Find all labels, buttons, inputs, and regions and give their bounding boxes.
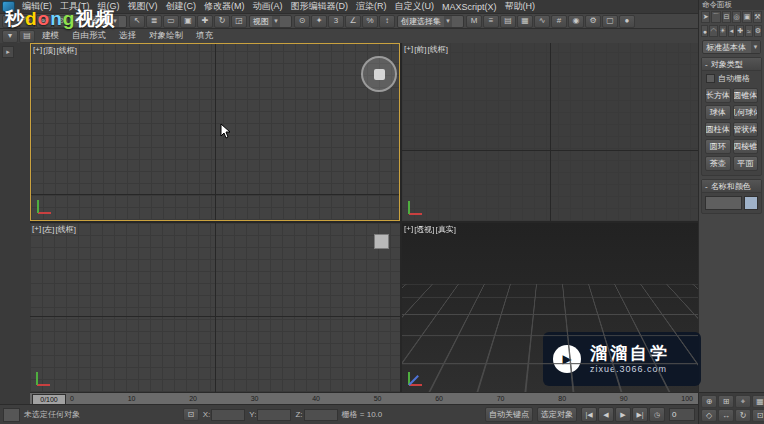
viewport-menu-plus[interactable]: [+] [33,45,42,56]
select-and-scale-icon[interactable]: ◲ [231,15,247,28]
ribbon-tab[interactable]: 对象绘制 [143,30,189,43]
curve-editor-icon[interactable]: ∿ [534,15,550,28]
named-selection-sets-dropdown[interactable]: 创建选择集 ▼ [397,15,464,28]
object-type-button[interactable]: 四棱锥 [733,139,759,154]
viewport-front[interactable]: [+] [前] [线框] [402,43,698,221]
menu-item[interactable]: MAXScript(X) [438,2,501,12]
create-tab-icon[interactable]: ➤ [701,11,710,23]
time-configuration-icon[interactable]: ◷ [649,407,665,422]
object-type-button[interactable]: 球体 [705,105,731,120]
primitive-type-dropdown[interactable]: 标准基本体 ▼ [702,40,761,54]
ribbon-toggle-icon[interactable]: ▦ [517,15,533,28]
rendered-frame-window-icon[interactable]: ▢ [602,15,618,28]
spinner-snap-icon[interactable]: ↕ [379,15,395,28]
menu-item[interactable]: 渲染(R) [352,0,391,13]
object-type-button[interactable]: 茶壶 [705,156,731,171]
material-editor-icon[interactable]: ◉ [568,15,584,28]
object-type-button[interactable]: 圆环 [705,139,731,154]
rollout-collapse-icon[interactable]: - [705,182,708,191]
hierarchy-tab-icon[interactable]: ⊟ [722,11,731,23]
menu-item[interactable]: 视图(V) [124,0,162,13]
space-warps-category-icon[interactable]: ≈ [745,25,752,37]
render-production-icon[interactable]: ● [619,15,635,28]
mirror-icon[interactable]: M [466,15,482,28]
select-and-rotate-icon[interactable]: ↻ [214,15,230,28]
viewport-top[interactable]: [+] [顶] [线框] [30,43,400,221]
previous-frame-icon[interactable]: ◀ [598,407,614,422]
zoom-all-icon[interactable]: ⊞ [718,395,734,408]
zoom-extents-all-icon[interactable]: ▦ [752,395,764,408]
geometry-category-icon[interactable]: ● [701,25,708,37]
coordinate-z-field[interactable] [304,409,338,421]
select-and-manipulate-icon[interactable]: ✦ [311,15,327,28]
coordinate-x-field[interactable] [211,409,245,421]
menu-item[interactable]: 帮助(H) [501,0,540,13]
menu-item[interactable]: 自定义(U) [391,0,439,13]
viewport-menu-view[interactable]: [顶] [43,45,55,56]
menu-item[interactable]: 图形编辑器(D) [287,0,353,13]
select-and-move-icon[interactable]: ✚ [197,15,213,28]
select-object-icon[interactable]: ↖ [129,15,145,28]
maximize-viewport-toggle-icon[interactable]: ⊡ [752,409,764,422]
rollout-collapse-icon[interactable]: - [705,60,708,69]
object-color-swatch[interactable] [744,196,758,210]
orbit-icon[interactable]: ↻ [735,409,751,422]
zoom-icon[interactable]: ⊕ [701,395,717,408]
viewport-menu-shading[interactable]: [真实] [436,224,456,235]
ribbon-tab[interactable]: 选择 [113,30,142,43]
snaps-toggle-icon[interactable]: 3 [328,15,344,28]
reference-coordinate-dropdown[interactable]: 视图 ▼ [249,15,292,28]
menu-item[interactable]: 动画(A) [249,0,287,13]
key-target-dropdown[interactable]: 选定对象 [537,407,577,422]
viewport-menu-shading[interactable]: [线框] [428,44,448,55]
viewport-menu-shading[interactable]: [线框] [56,224,76,235]
viewport-menu-plus[interactable]: [+] [404,44,413,55]
modify-tab-icon[interactable]: ⌒ [711,11,720,23]
next-frame-icon[interactable]: ▶| [632,407,648,422]
pan-icon[interactable]: ↔ [718,409,734,422]
coordinate-y-field[interactable] [257,409,291,421]
autogrid-checkbox[interactable] [706,74,715,83]
layer-manager-icon[interactable]: ▤ [500,15,516,28]
object-type-rollout-header[interactable]: - 对象类型 [702,58,761,71]
lights-category-icon[interactable]: ☀ [719,25,727,37]
shapes-category-icon[interactable]: ◠ [709,25,717,37]
ribbon-tab[interactable]: 填充 [190,30,219,43]
viewport-menu-plus[interactable]: [+] [32,224,41,235]
track-bar[interactable]: 0/100 0102030405060708090100 [30,392,698,404]
object-type-button[interactable]: 管状体 [733,122,759,137]
menu-item[interactable]: 创建(C) [162,0,201,13]
rectangular-selection-region-icon[interactable]: ▭ [163,15,179,28]
utilities-tab-icon[interactable]: ⚒ [753,11,762,23]
name-color-rollout-header[interactable]: - 名称和颜色 [702,180,761,193]
object-name-field[interactable] [705,196,742,210]
cameras-category-icon[interactable]: ◂ [728,25,735,37]
viewport-left[interactable]: [+] [左] [线框] [30,223,400,392]
render-setup-icon[interactable]: ⚙ [585,15,601,28]
object-type-button[interactable]: 圆锥体 [733,88,759,103]
object-type-button[interactable]: 长方体 [705,88,731,103]
viewport-menu-view[interactable]: [透视] [414,224,434,235]
zoom-extents-icon[interactable]: ⌖ [735,395,751,408]
select-by-name-icon[interactable]: ≣ [146,15,162,28]
viewport-menu-plus[interactable]: [+] [404,224,413,235]
display-tab-icon[interactable]: ▣ [742,11,751,23]
viewport-menu-view[interactable]: [左] [42,224,54,235]
angle-snap-icon[interactable]: ∠ [345,15,361,28]
percent-snap-icon[interactable]: % [362,15,378,28]
object-type-button[interactable]: 平面 [733,156,759,171]
systems-category-icon[interactable]: ⚙ [754,25,762,37]
auto-key-button[interactable]: 自动关键点 [485,407,533,422]
schematic-view-icon[interactable]: # [551,15,567,28]
motion-tab-icon[interactable]: ◎ [732,11,741,23]
viewport-menu-view[interactable]: [前] [414,44,426,55]
window-crossing-icon[interactable]: ▣ [180,15,196,28]
selection-lock-icon[interactable]: ⊡ [183,408,199,421]
helpers-category-icon[interactable]: ✚ [736,25,744,37]
use-pivot-point-center-icon[interactable]: ⊙ [294,15,310,28]
current-frame-field[interactable]: 0 [669,408,695,421]
layout-tabs-arrow-icon[interactable]: ▸ [2,46,14,58]
object-type-button[interactable]: 几何球体 [733,105,759,120]
go-to-start-icon[interactable]: |◀ [581,407,597,422]
viewport-menu-shading[interactable]: [线框] [57,45,77,56]
